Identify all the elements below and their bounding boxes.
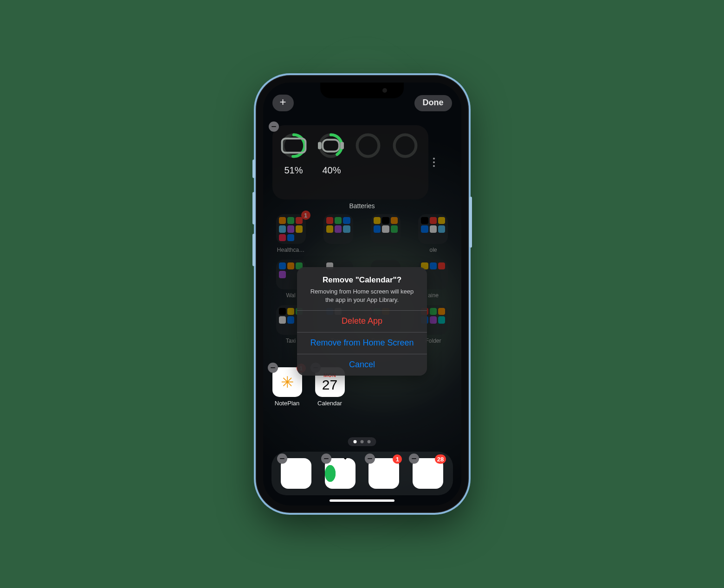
dock-app-settings[interactable] [281,458,311,489]
spotify-icon [325,458,356,489]
battery-ring-empty-1 [355,133,381,159]
calendar-label: Calendar [315,400,345,407]
widget-stack-indicator[interactable] [433,158,436,167]
side-button-power [469,197,472,248]
battery-ring-phone [281,133,307,159]
svg-rect-7 [340,142,344,149]
svg-rect-6 [318,142,322,149]
page-dot-3 [368,440,371,443]
svg-rect-5 [323,140,339,151]
phone-frame: + Done [257,76,468,512]
messages-badge: 28 [435,454,446,464]
add-widget-button[interactable]: + [272,95,294,111]
remove-spotify-button[interactable] [321,454,331,464]
phone-icon [281,133,307,159]
folder-3[interactable] [367,214,404,253]
folder-2[interactable] [320,214,357,253]
remove-noteplan-button[interactable] [268,363,278,373]
noteplan-label: NotePlan [272,400,302,407]
svg-point-9 [394,135,416,157]
slack-badge: 1 [393,454,402,464]
battery-percent-watch: 40% [317,165,347,176]
dock-app-slack[interactable]: 1 [368,458,399,489]
page-dot-2 [361,440,364,443]
batteries-widget[interactable]: 51% 40% [272,125,428,199]
side-button-vol-up [252,192,255,224]
dock: 1 28 [272,452,453,495]
alert-delete-button[interactable]: Delete App [297,310,427,332]
notch [320,83,404,98]
page-indicator[interactable] [348,437,376,446]
alert-cancel-button[interactable]: Cancel [297,354,427,376]
watch-icon [318,133,344,159]
battery-rings [278,133,423,159]
done-button[interactable]: Done [414,95,452,111]
home-indicator[interactable] [330,499,394,502]
folder-healthcare[interactable]: 1 Healthca… [272,214,310,253]
remove-app-alert: Remove "Calendar"? Removing from Home sc… [297,267,427,376]
folder-healthcare-badge: 1 [301,211,310,220]
battery-ring-watch [318,133,344,159]
battery-ring-empty-2 [392,133,418,159]
side-button-vol-down [252,234,255,266]
alert-title: Remove "Calendar"? [304,275,420,285]
remove-settings-button[interactable] [277,454,287,464]
phone-screen: + Done [263,83,461,505]
app-noteplan[interactable]: 1 NotePlan [272,367,302,407]
folder-healthcare-label: Healthca… [272,247,310,253]
dock-app-spotify[interactable] [325,458,356,489]
dock-app-messages[interactable]: 28 [413,458,443,489]
calendar-day: 27 [322,378,337,392]
battery-percent-row: 51% 40% [278,165,423,176]
alert-message: Removing from Home screen will keep the … [304,288,420,304]
folder-4[interactable]: ole [414,214,452,253]
remove-widget-button[interactable] [269,121,279,132]
battery-percent-phone: 51% [279,165,309,176]
alert-remove-button[interactable]: Remove from Home Screen [297,332,427,354]
remove-messages-button[interactable] [409,454,419,464]
svg-rect-2 [282,139,305,153]
noteplan-icon [272,367,302,397]
svg-point-8 [357,135,379,157]
settings-icon [281,458,311,489]
page-dot-1 [354,440,357,443]
side-button-silent [252,160,255,178]
batteries-widget-label: Batteries [263,202,461,210]
